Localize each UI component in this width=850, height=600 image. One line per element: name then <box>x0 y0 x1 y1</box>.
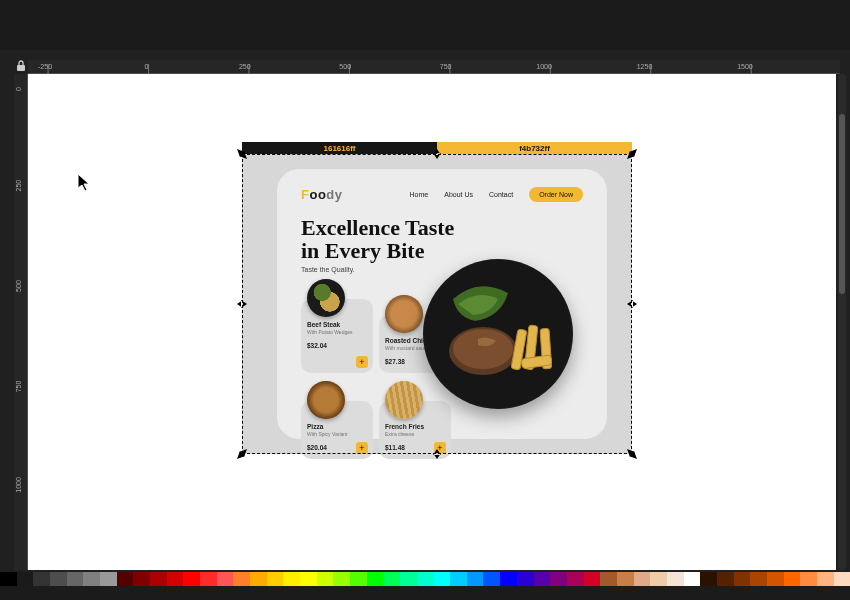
scrollbar-thumb[interactable] <box>839 114 845 294</box>
svg-text:500: 500 <box>15 280 22 292</box>
palette-swatch[interactable] <box>250 572 267 586</box>
palette-swatch[interactable] <box>567 572 584 586</box>
palette-swatch[interactable] <box>817 572 834 586</box>
palette-swatch[interactable] <box>734 572 751 586</box>
handle-top[interactable] <box>432 149 442 159</box>
svg-text:500: 500 <box>339 63 351 70</box>
palette-swatch[interactable] <box>500 572 517 586</box>
palette-swatch[interactable] <box>650 572 667 586</box>
svg-text:0: 0 <box>145 63 149 70</box>
svg-text:750: 750 <box>440 63 452 70</box>
handle-bottom[interactable] <box>432 449 442 459</box>
palette-swatch[interactable] <box>634 572 651 586</box>
palette-swatch[interactable] <box>217 572 234 586</box>
palette-swatch[interactable] <box>700 572 717 586</box>
ruler-horizontal[interactable]: -250 0250 500750 10001250 1500 <box>28 60 840 74</box>
palette-swatch[interactable] <box>684 572 701 586</box>
handle-tr[interactable] <box>627 149 637 159</box>
palette-swatch[interactable] <box>667 572 684 586</box>
palette-swatch[interactable] <box>350 572 367 586</box>
palette-swatch[interactable] <box>117 572 134 586</box>
palette-swatch[interactable] <box>183 572 200 586</box>
palette-swatch[interactable] <box>333 572 350 586</box>
svg-text:1250: 1250 <box>637 63 653 70</box>
palette-swatch[interactable] <box>834 572 850 586</box>
palette-swatch[interactable] <box>317 572 334 586</box>
palette-swatch[interactable] <box>617 572 634 586</box>
palette-swatch[interactable] <box>800 572 817 586</box>
palette-swatch[interactable] <box>584 572 601 586</box>
svg-rect-0 <box>17 65 25 71</box>
palette-swatch[interactable] <box>467 572 484 586</box>
palette-swatch[interactable] <box>0 572 17 586</box>
palette-swatch[interactable] <box>233 572 250 586</box>
palette-swatch[interactable] <box>417 572 434 586</box>
palette-swatch[interactable] <box>83 572 100 586</box>
svg-text:1000: 1000 <box>536 63 552 70</box>
handle-br[interactable] <box>627 449 637 459</box>
palette-swatch[interactable] <box>767 572 784 586</box>
svg-text:250: 250 <box>15 180 22 192</box>
scrollbar-vertical[interactable] <box>838 74 846 570</box>
svg-text:0: 0 <box>15 87 22 91</box>
swatch-gold: f4b732ff <box>437 142 632 154</box>
palette-swatch[interactable] <box>133 572 150 586</box>
statusbar <box>0 586 850 600</box>
palette-swatch[interactable] <box>150 572 167 586</box>
svg-text:750: 750 <box>15 380 22 392</box>
palette-swatch[interactable] <box>200 572 217 586</box>
toolbar <box>0 0 850 50</box>
palette-swatch[interactable] <box>100 572 117 586</box>
ruler-h-label: -250 <box>38 63 52 70</box>
palette-swatch[interactable] <box>67 572 84 586</box>
palette-swatch[interactable] <box>550 572 567 586</box>
handle-left[interactable] <box>237 299 247 309</box>
palette-swatch[interactable] <box>534 572 551 586</box>
palette-swatch[interactable] <box>400 572 417 586</box>
palette-swatch[interactable] <box>784 572 801 586</box>
palette-swatch[interactable] <box>17 572 34 586</box>
svg-text:1000: 1000 <box>15 477 22 493</box>
palette-swatch[interactable] <box>367 572 384 586</box>
selection-bbox[interactable] <box>242 154 632 454</box>
palette-swatch[interactable] <box>267 572 284 586</box>
palette-swatch[interactable] <box>433 572 450 586</box>
svg-text:250: 250 <box>239 63 251 70</box>
canvas[interactable]: 161616ff f4b732ff Foody Home About Us Co… <box>28 74 836 570</box>
palette-swatch[interactable] <box>383 572 400 586</box>
swatch-dark: 161616ff <box>242 142 437 154</box>
palette-swatch[interactable] <box>300 572 317 586</box>
palette-swatch[interactable] <box>50 572 67 586</box>
palette-swatch[interactable] <box>717 572 734 586</box>
palette-swatch[interactable] <box>600 572 617 586</box>
handle-tl[interactable] <box>237 149 247 159</box>
cursor-icon <box>78 174 90 192</box>
handle-bl[interactable] <box>237 449 247 459</box>
palette-swatch[interactable] <box>167 572 184 586</box>
palette-swatch[interactable] <box>450 572 467 586</box>
svg-text:1500: 1500 <box>737 63 753 70</box>
palette-swatch[interactable] <box>33 572 50 586</box>
app-frame: -250 0250 500750 10001250 1500 0 250 500… <box>0 0 850 600</box>
palette-swatch[interactable] <box>483 572 500 586</box>
palette-swatch[interactable] <box>283 572 300 586</box>
palette-swatch[interactable] <box>750 572 767 586</box>
palette[interactable] <box>0 572 850 586</box>
palette-swatch[interactable] <box>517 572 534 586</box>
ruler-vertical[interactable]: 0 250 500 750 1000 <box>14 74 28 570</box>
lock-icon[interactable] <box>16 58 26 70</box>
handle-right[interactable] <box>627 299 637 309</box>
